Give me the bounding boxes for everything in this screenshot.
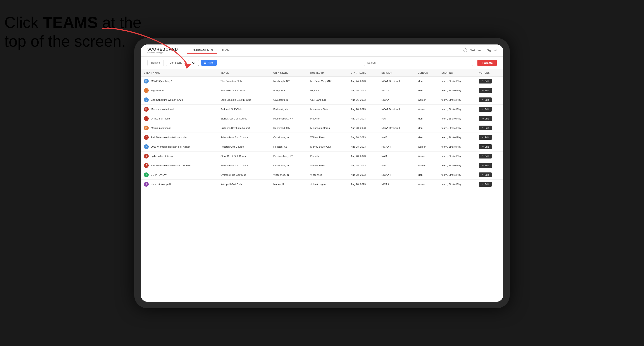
cell-venue: The Powelton Club [218, 76, 270, 86]
tournaments-table-container: EVENT NAME VENUE CITY, STATE HOSTED BY S… [141, 69, 503, 302]
table-row: K Klash at Kokopelli Kokopelli Golf Club… [141, 179, 503, 189]
edit-button[interactable]: Edit [479, 107, 492, 112]
cell-actions: Edit [476, 95, 503, 104]
table-header: EVENT NAME VENUE CITY, STATE HOSTED BY S… [141, 69, 503, 77]
create-button[interactable]: + Create [478, 60, 497, 66]
cell-city-state: Faribault, MN [270, 104, 307, 114]
edit-button[interactable]: Edit [479, 173, 492, 177]
cell-division: NAIA [378, 151, 414, 161]
edit-button[interactable]: Edit [479, 182, 492, 187]
filter-label: Filter [208, 61, 214, 64]
cell-start-date: Aug 24, 2023 [348, 76, 378, 86]
cell-city-state: Marion, IL [270, 179, 307, 189]
table-row: 2 2023 Women's Hesston Fall Kickoff Hess… [141, 142, 503, 151]
event-name-text: Morris Invitational [151, 127, 170, 129]
tournaments-table: EVENT NAME VENUE CITY, STATE HOSTED BY S… [141, 69, 503, 189]
tablet-screen: SCOREBOARD Powered by clippit TOURNAMENT… [141, 44, 503, 302]
cell-event-name: F Fall Statesmen Invitational - Women [141, 161, 218, 170]
cell-venue: StoneCrest Golf Course [218, 114, 270, 123]
col-division: DIVISION [378, 69, 414, 77]
cell-event-name: M Morris Invitational [141, 123, 218, 133]
edit-button[interactable]: Edit [479, 154, 492, 159]
cell-venue: Edmundson Golf Course [218, 161, 270, 170]
event-icon: H [144, 88, 149, 93]
event-icon: u [144, 154, 149, 159]
cell-hosted-by: Vincennes [307, 170, 348, 179]
cell-hosted-by: John A Logan [307, 179, 348, 189]
edit-button[interactable]: Edit [479, 144, 492, 149]
cell-start-date: Aug 28, 2023 [348, 104, 378, 114]
event-icon: 2 [144, 144, 149, 149]
nav-teams[interactable]: TEAMS [217, 47, 236, 54]
cell-division: NICAA I [378, 95, 414, 104]
event-icon: F [144, 135, 149, 140]
cell-scoring: team, Stroke Play [438, 114, 476, 123]
table-row: V VU PREVIEW Cypress Hills Golf Club Vin… [141, 170, 503, 179]
cell-event-name: M MSMC Qualifying 1 [141, 76, 218, 86]
cell-division: NAIA [378, 114, 414, 123]
filter-button[interactable]: ☰ Filter [201, 60, 217, 66]
event-icon: M [144, 107, 149, 112]
col-event-name: EVENT NAME [141, 69, 218, 77]
cell-event-name: C Carl Sandburg Women FA23 [141, 95, 218, 104]
cell-actions: Edit [476, 123, 503, 133]
cell-event-name: U UPIKE Fall Invite [141, 114, 218, 123]
edit-button[interactable]: Edit [479, 163, 492, 168]
cell-hosted-by: Carl Sandburg [307, 95, 348, 104]
cell-venue: Edmundson Golf Course [218, 133, 270, 142]
event-name-text: upike fall invitational [151, 155, 173, 158]
logo-main: SCOREBOARD [147, 47, 178, 52]
gear-icon[interactable] [464, 48, 468, 52]
main-nav: TOURNAMENTS TEAMS [187, 47, 464, 54]
competing-tab[interactable]: Competing [166, 60, 186, 66]
cell-hosted-by: Minnesota State [307, 104, 348, 114]
edit-button[interactable]: Edit [479, 97, 492, 102]
cell-gender: Women [414, 95, 438, 104]
cell-city-state: Vincennes, IN [270, 170, 307, 179]
cell-actions: Edit [476, 76, 503, 86]
edit-button[interactable]: Edit [479, 79, 492, 83]
table-row: M Morris Invitational Ruttger's Bay Lake… [141, 123, 503, 133]
cell-city-state: Galesburg, IL [270, 95, 307, 104]
cell-city-state: Oskaloosa, IA [270, 133, 307, 142]
event-icon: F [144, 163, 149, 168]
cell-event-name: F Fall Statesmen Invitational - Men [141, 133, 218, 142]
event-name-text: Carl Sandburg Women FA23 [151, 99, 183, 101]
cell-venue: Hesston Golf Course [218, 142, 270, 151]
col-city-state: CITY, STATE [270, 69, 307, 77]
table-row: M MSMC Qualifying 1 The Powelton Club Ne… [141, 76, 503, 86]
cell-venue: StoneCrest Golf Course [218, 151, 270, 161]
edit-button[interactable]: Edit [479, 116, 492, 121]
edit-button[interactable]: Edit [479, 135, 492, 140]
cell-actions: Edit [476, 86, 503, 95]
col-start-date: START DATE [348, 69, 378, 77]
cell-hosted-by: Highland CC [307, 86, 348, 95]
cell-division: NICAA I [378, 86, 414, 95]
table-row: H Highland 36 Park Hills Golf Course Fre… [141, 86, 503, 95]
cell-city-state: Freeport, IL [270, 86, 307, 95]
all-tab[interactable]: All [188, 60, 199, 66]
cell-division: NAIA [378, 133, 414, 142]
cell-event-name: H Highland 36 [141, 86, 218, 95]
cell-division: NICAA II [378, 142, 414, 151]
header-user-area: Test User | Sign out [464, 48, 497, 52]
search-input[interactable] [364, 60, 473, 66]
cell-city-state: Oskaloosa, IA [270, 161, 307, 170]
col-scoring: SCORING [438, 69, 476, 77]
edit-button[interactable]: Edit [479, 126, 492, 130]
cell-division: NICAA I [378, 179, 414, 189]
cell-start-date: Aug 28, 2023 [348, 133, 378, 142]
event-name-text: UPIKE Fall Invite [151, 117, 170, 120]
event-icon: U [144, 116, 149, 121]
hosting-tab[interactable]: Hosting [147, 60, 164, 66]
cell-hosted-by: William Penn [307, 161, 348, 170]
cell-gender: Women [414, 142, 438, 151]
nav-tournaments[interactable]: TOURNAMENTS [187, 47, 217, 54]
signout-link[interactable]: Sign out [487, 49, 497, 52]
edit-button[interactable]: Edit [479, 88, 492, 93]
cell-city-state: Prestonsburg, KY [270, 114, 307, 123]
cell-gender: Women [414, 104, 438, 114]
cell-venue: Kokopelli Golf Club [218, 179, 270, 189]
cell-event-name: M Maverick Invitational [141, 104, 218, 114]
event-name-text: Fall Statesmen Invitational - Women [151, 164, 191, 167]
